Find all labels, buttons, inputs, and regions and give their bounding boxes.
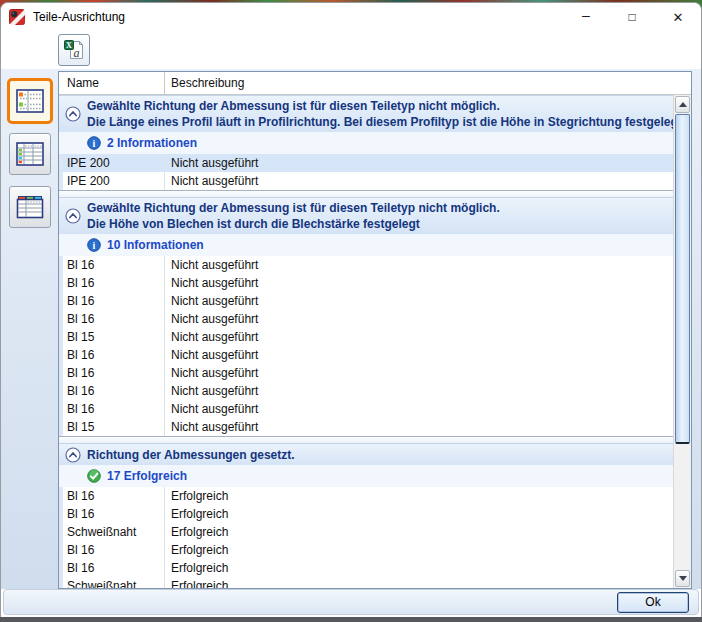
table-row[interactable]: Bl 16Nicht ausgeführt — [59, 256, 673, 274]
scrollbar-thumb[interactable] — [675, 114, 690, 444]
cell-name: Bl 16 — [63, 292, 165, 310]
grouped-table-icon — [16, 89, 44, 113]
scrollbar-track[interactable] — [674, 444, 691, 569]
table-row[interactable]: SchweißnahtErfolgreich — [59, 577, 673, 588]
table-row[interactable]: Bl 16Nicht ausgeführt — [59, 292, 673, 310]
table-row[interactable]: Bl 16Nicht ausgeführt — [59, 400, 673, 418]
group-status: i 10 Informationen — [59, 234, 673, 256]
group-title-line: Gewählte Richtung der Abmessung ist für … — [87, 98, 673, 114]
info-icon: i — [87, 238, 101, 252]
close-icon: ✕ — [673, 11, 684, 24]
cell-name: Schweißnaht — [63, 577, 165, 588]
group-status: i 2 Informationen — [59, 132, 673, 154]
footer-bar: Ok — [3, 589, 699, 615]
table-row[interactable]: Bl 16Nicht ausgeführt — [59, 274, 673, 292]
scroll-down-button[interactable] — [675, 570, 690, 587]
vertical-scrollbar — [673, 95, 691, 588]
view-tabbed-button[interactable] — [9, 186, 51, 228]
table-row[interactable]: Bl 15Nicht ausgeführt — [59, 418, 673, 436]
cell-name: Schweißnaht — [63, 523, 165, 541]
ok-button[interactable]: Ok — [617, 592, 689, 613]
group-status: 17 Erfolgreich — [59, 465, 673, 487]
column-header-name[interactable]: Name — [59, 72, 165, 94]
table-row[interactable]: Bl 16Erfolgreich — [59, 559, 673, 577]
column-header-beschreibung[interactable]: Beschreibung — [165, 72, 691, 94]
close-button[interactable]: ✕ — [655, 3, 701, 31]
group-separator — [59, 436, 673, 443]
cell-name: Bl 16 — [63, 400, 165, 418]
cell-description: Nicht ausgeführt — [165, 328, 673, 346]
collapse-group-button[interactable] — [65, 106, 81, 122]
cell-name: Bl 15 — [63, 418, 165, 436]
table-row[interactable]: Bl 15Nicht ausgeführt — [59, 328, 673, 346]
cell-description: Erfolgreich — [165, 577, 673, 588]
svg-text:i: i — [93, 138, 96, 149]
table-body-wrap: Gewählte Richtung der Abmessung ist für … — [59, 95, 691, 588]
cell-description: Erfolgreich — [165, 541, 673, 559]
cell-name: Bl 16 — [63, 487, 165, 505]
scroll-up-button[interactable] — [675, 96, 690, 113]
cell-name: Bl 16 — [63, 310, 165, 328]
info-icon: i — [87, 136, 101, 150]
collapse-group-button[interactable] — [65, 208, 81, 224]
main-content: Name Beschreibung Gewählte R — [1, 69, 701, 589]
dialog-teile-ausrichtung: Teile-Ausrichtung – □ ✕ X a — [0, 2, 702, 617]
cell-description: Erfolgreich — [165, 487, 673, 505]
table-row[interactable]: Bl 16Erfolgreich — [59, 505, 673, 523]
table-row[interactable]: SchweißnahtErfolgreich — [59, 523, 673, 541]
window-title: Teile-Ausrichtung — [33, 10, 125, 24]
excel-export-icon: X a — [63, 39, 85, 61]
cell-name: Bl 16 — [63, 364, 165, 382]
cell-name: Bl 15 — [63, 328, 165, 346]
group-title-line: Richtung der Abmessungen gesetzt. — [87, 447, 673, 463]
cell-description: Nicht ausgeführt — [165, 346, 673, 364]
results-table: Name Beschreibung Gewählte R — [58, 71, 692, 589]
view-grouped-button[interactable] — [7, 78, 53, 124]
cell-description: Nicht ausgeführt — [165, 292, 673, 310]
cell-description: Nicht ausgeführt — [165, 172, 673, 190]
group-header: Richtung der Abmessungen gesetzt. — [59, 443, 673, 465]
view-list-button[interactable] — [9, 133, 51, 175]
group-header: Gewählte Richtung der Abmessung ist für … — [59, 197, 673, 234]
arrow-up-icon — [679, 102, 687, 107]
cell-description: Nicht ausgeführt — [165, 400, 673, 418]
table-row[interactable]: Bl 16Erfolgreich — [59, 541, 673, 559]
group-title-line: Die Länge eines Profil läuft in Profilri… — [87, 114, 673, 130]
minimize-icon: – — [582, 8, 590, 22]
cell-description: Nicht ausgeführt — [165, 256, 673, 274]
title-bar: Teile-Ausrichtung – □ ✕ — [1, 3, 701, 31]
minimize-button[interactable]: – — [563, 3, 609, 31]
success-icon — [87, 469, 101, 483]
group-status-label: 2 Informationen — [107, 136, 197, 150]
app-icon — [9, 9, 25, 25]
cell-description: Nicht ausgeführt — [165, 274, 673, 292]
collapse-group-button[interactable] — [65, 447, 81, 463]
table-row[interactable]: Bl 16Nicht ausgeführt — [59, 310, 673, 328]
tabbed-table-icon — [16, 195, 44, 219]
cell-name: Bl 16 — [63, 382, 165, 400]
group-title-line: Gewählte Richtung der Abmessung ist für … — [87, 200, 673, 216]
cell-description: Nicht ausgeführt — [165, 364, 673, 382]
cell-description: Nicht ausgeführt — [165, 418, 673, 436]
table-row[interactable]: IPE 200 Nicht ausgeführt — [59, 154, 673, 172]
cell-name: Bl 16 — [63, 274, 165, 292]
group-title-line: Die Höhe von Blechen ist durch die Blech… — [87, 216, 673, 232]
cell-description: Nicht ausgeführt — [165, 154, 673, 172]
view-mode-sidebar — [1, 69, 58, 589]
table-row[interactable]: IPE 200 Nicht ausgeführt — [59, 172, 673, 190]
group-separator — [59, 190, 673, 197]
cell-name: Bl 16 — [63, 559, 165, 577]
table-row[interactable]: Bl 16Nicht ausgeführt — [59, 382, 673, 400]
table-row[interactable]: Bl 16Nicht ausgeführt — [59, 364, 673, 382]
export-excel-button[interactable]: X a — [58, 34, 90, 66]
maximize-button[interactable]: □ — [609, 3, 655, 31]
svg-text:a: a — [74, 46, 80, 60]
cell-name: Bl 16 — [63, 346, 165, 364]
cell-name: Bl 16 — [63, 541, 165, 559]
table-row[interactable]: Bl 16Nicht ausgeführt — [59, 346, 673, 364]
table-row[interactable]: Bl 16Erfolgreich — [59, 487, 673, 505]
toolbar: X a — [1, 31, 701, 69]
table-body: Gewählte Richtung der Abmessung ist für … — [59, 95, 673, 588]
group-header: Gewählte Richtung der Abmessung ist für … — [59, 95, 673, 132]
cell-name: IPE 200 — [63, 172, 165, 190]
